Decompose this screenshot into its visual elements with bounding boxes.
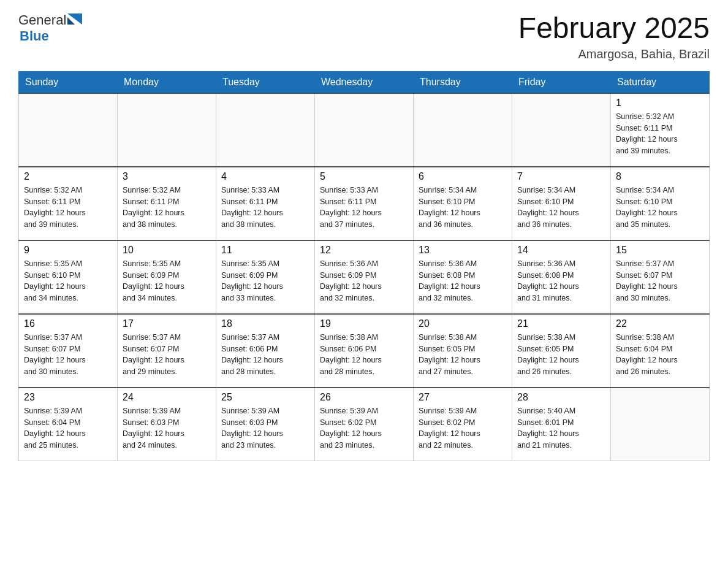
calendar-cell-week3-day1: 10Sunrise: 5:35 AM Sunset: 6:09 PM Dayli… — [118, 240, 216, 314]
page-header: General Blue February 2025 Amargosa, Bah… — [18, 12, 710, 61]
calendar-cell-week2-day6: 8Sunrise: 5:34 AM Sunset: 6:10 PM Daylig… — [611, 167, 710, 240]
day-number: 6 — [419, 171, 507, 182]
day-info: Sunrise: 5:36 AM Sunset: 6:08 PM Dayligh… — [517, 258, 605, 304]
calendar-cell-week4-day2: 18Sunrise: 5:37 AM Sunset: 6:06 PM Dayli… — [216, 314, 315, 388]
calendar-cell-week2-day1: 3Sunrise: 5:32 AM Sunset: 6:11 PM Daylig… — [118, 167, 216, 240]
day-info: Sunrise: 5:34 AM Sunset: 6:10 PM Dayligh… — [616, 185, 704, 231]
calendar-cell-week5-day6 — [611, 388, 710, 461]
calendar-cell-week1-day0 — [19, 93, 118, 167]
day-number: 22 — [616, 318, 704, 329]
day-number: 10 — [123, 245, 211, 256]
day-info: Sunrise: 5:38 AM Sunset: 6:06 PM Dayligh… — [320, 332, 408, 378]
day-number: 1 — [616, 98, 704, 109]
day-number: 14 — [517, 245, 605, 256]
day-info: Sunrise: 5:32 AM Sunset: 6:11 PM Dayligh… — [24, 185, 112, 231]
week-row-4: 16Sunrise: 5:37 AM Sunset: 6:07 PM Dayli… — [19, 314, 710, 388]
week-row-1: 1Sunrise: 5:32 AM Sunset: 6:11 PM Daylig… — [19, 93, 710, 167]
calendar-cell-week5-day4: 27Sunrise: 5:39 AM Sunset: 6:02 PM Dayli… — [414, 388, 512, 461]
calendar-cell-week1-day2 — [216, 93, 315, 167]
calendar-cell-week5-day3: 26Sunrise: 5:39 AM Sunset: 6:02 PM Dayli… — [315, 388, 414, 461]
logo-icon — [67, 13, 82, 28]
calendar-cell-week3-day6: 15Sunrise: 5:37 AM Sunset: 6:07 PM Dayli… — [611, 240, 710, 314]
day-number: 28 — [517, 392, 605, 403]
calendar-table: Sunday Monday Tuesday Wednesday Thursday… — [18, 71, 710, 462]
day-info: Sunrise: 5:39 AM Sunset: 6:03 PM Dayligh… — [123, 405, 211, 451]
day-number: 20 — [419, 318, 507, 329]
week-row-3: 9Sunrise: 5:35 AM Sunset: 6:10 PM Daylig… — [19, 240, 710, 314]
calendar-cell-week2-day4: 6Sunrise: 5:34 AM Sunset: 6:10 PM Daylig… — [414, 167, 512, 240]
day-info: Sunrise: 5:34 AM Sunset: 6:10 PM Dayligh… — [419, 185, 507, 231]
day-info: Sunrise: 5:37 AM Sunset: 6:07 PM Dayligh… — [616, 258, 704, 304]
month-year-title: February 2025 — [518, 12, 710, 45]
col-header-wednesday: Wednesday — [315, 71, 414, 93]
day-info: Sunrise: 5:38 AM Sunset: 6:04 PM Dayligh… — [616, 332, 704, 378]
calendar-cell-week2-day2: 4Sunrise: 5:33 AM Sunset: 6:11 PM Daylig… — [216, 167, 315, 240]
calendar-cell-week5-day2: 25Sunrise: 5:39 AM Sunset: 6:03 PM Dayli… — [216, 388, 315, 461]
day-number: 25 — [221, 392, 309, 403]
day-number: 9 — [24, 245, 112, 256]
calendar-cell-week1-day6: 1Sunrise: 5:32 AM Sunset: 6:11 PM Daylig… — [611, 93, 710, 167]
day-number: 24 — [123, 392, 211, 403]
calendar-cell-week5-day5: 28Sunrise: 5:40 AM Sunset: 6:01 PM Dayli… — [512, 388, 611, 461]
day-info: Sunrise: 5:36 AM Sunset: 6:08 PM Dayligh… — [419, 258, 507, 304]
day-info: Sunrise: 5:39 AM Sunset: 6:02 PM Dayligh… — [320, 405, 408, 451]
calendar-cell-week5-day0: 23Sunrise: 5:39 AM Sunset: 6:04 PM Dayli… — [19, 388, 118, 461]
calendar-cell-week4-day3: 19Sunrise: 5:38 AM Sunset: 6:06 PM Dayli… — [315, 314, 414, 388]
day-number: 15 — [616, 245, 704, 256]
day-number: 8 — [616, 171, 704, 182]
day-info: Sunrise: 5:35 AM Sunset: 6:09 PM Dayligh… — [221, 258, 309, 304]
calendar-cell-week4-day4: 20Sunrise: 5:38 AM Sunset: 6:05 PM Dayli… — [414, 314, 512, 388]
day-info: Sunrise: 5:35 AM Sunset: 6:10 PM Dayligh… — [24, 258, 112, 304]
calendar-cell-week2-day3: 5Sunrise: 5:33 AM Sunset: 6:11 PM Daylig… — [315, 167, 414, 240]
calendar-cell-week1-day1 — [118, 93, 216, 167]
week-row-2: 2Sunrise: 5:32 AM Sunset: 6:11 PM Daylig… — [19, 167, 710, 240]
day-number: 26 — [320, 392, 408, 403]
svg-marker-1 — [67, 17, 75, 25]
calendar-header-row: Sunday Monday Tuesday Wednesday Thursday… — [19, 71, 710, 93]
day-info: Sunrise: 5:33 AM Sunset: 6:11 PM Dayligh… — [320, 185, 408, 231]
week-row-5: 23Sunrise: 5:39 AM Sunset: 6:04 PM Dayli… — [19, 388, 710, 461]
calendar-cell-week3-day2: 11Sunrise: 5:35 AM Sunset: 6:09 PM Dayli… — [216, 240, 315, 314]
day-info: Sunrise: 5:32 AM Sunset: 6:11 PM Dayligh… — [616, 111, 704, 157]
calendar-cell-week3-day5: 14Sunrise: 5:36 AM Sunset: 6:08 PM Dayli… — [512, 240, 611, 314]
day-number: 7 — [517, 171, 605, 182]
calendar-cell-week1-day5 — [512, 93, 611, 167]
day-info: Sunrise: 5:33 AM Sunset: 6:11 PM Dayligh… — [221, 185, 309, 231]
calendar-cell-week5-day1: 24Sunrise: 5:39 AM Sunset: 6:03 PM Dayli… — [118, 388, 216, 461]
day-number: 17 — [123, 318, 211, 329]
day-info: Sunrise: 5:37 AM Sunset: 6:07 PM Dayligh… — [24, 332, 112, 378]
day-info: Sunrise: 5:39 AM Sunset: 6:02 PM Dayligh… — [419, 405, 507, 451]
calendar-cell-week1-day3 — [315, 93, 414, 167]
logo-general-text: General — [18, 12, 66, 28]
calendar-cell-week3-day3: 12Sunrise: 5:36 AM Sunset: 6:09 PM Dayli… — [315, 240, 414, 314]
day-number: 3 — [123, 171, 211, 182]
title-block: February 2025 Amargosa, Bahia, Brazil — [518, 12, 710, 61]
col-header-monday: Monday — [118, 71, 216, 93]
day-info: Sunrise: 5:34 AM Sunset: 6:10 PM Dayligh… — [517, 185, 605, 231]
col-header-friday: Friday — [512, 71, 611, 93]
day-number: 19 — [320, 318, 408, 329]
day-info: Sunrise: 5:35 AM Sunset: 6:09 PM Dayligh… — [123, 258, 211, 304]
col-header-sunday: Sunday — [19, 71, 118, 93]
day-info: Sunrise: 5:36 AM Sunset: 6:09 PM Dayligh… — [320, 258, 408, 304]
day-info: Sunrise: 5:38 AM Sunset: 6:05 PM Dayligh… — [419, 332, 507, 378]
calendar-cell-week4-day0: 16Sunrise: 5:37 AM Sunset: 6:07 PM Dayli… — [19, 314, 118, 388]
logo: General Blue — [18, 12, 82, 44]
calendar-cell-week2-day0: 2Sunrise: 5:32 AM Sunset: 6:11 PM Daylig… — [19, 167, 118, 240]
calendar-cell-week1-day4 — [414, 93, 512, 167]
calendar-cell-week2-day5: 7Sunrise: 5:34 AM Sunset: 6:10 PM Daylig… — [512, 167, 611, 240]
day-number: 4 — [221, 171, 309, 182]
day-info: Sunrise: 5:40 AM Sunset: 6:01 PM Dayligh… — [517, 405, 605, 451]
day-number: 5 — [320, 171, 408, 182]
day-info: Sunrise: 5:32 AM Sunset: 6:11 PM Dayligh… — [123, 185, 211, 231]
col-header-tuesday: Tuesday — [216, 71, 315, 93]
col-header-saturday: Saturday — [611, 71, 710, 93]
day-number: 23 — [24, 392, 112, 403]
day-info: Sunrise: 5:37 AM Sunset: 6:06 PM Dayligh… — [221, 332, 309, 378]
day-number: 27 — [419, 392, 507, 403]
day-info: Sunrise: 5:39 AM Sunset: 6:03 PM Dayligh… — [221, 405, 309, 451]
calendar-cell-week4-day1: 17Sunrise: 5:37 AM Sunset: 6:07 PM Dayli… — [118, 314, 216, 388]
calendar-cell-week3-day4: 13Sunrise: 5:36 AM Sunset: 6:08 PM Dayli… — [414, 240, 512, 314]
location-subtitle: Amargosa, Bahia, Brazil — [518, 47, 710, 61]
day-number: 11 — [221, 245, 309, 256]
